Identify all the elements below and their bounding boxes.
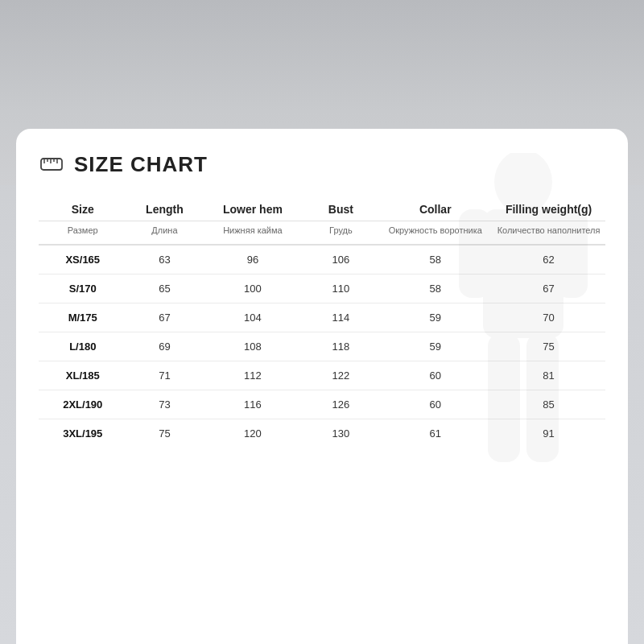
table-body: XS/16563961065862S/170651001105867M/1756… [39,245,605,448]
cell-row3-col3: 118 [303,332,379,361]
cell-row0-col1: 63 [127,245,203,275]
cell-row6-col5: 91 [492,419,605,448]
page-wrapper: SIZE CHART Size Length Lower hem Bust Co… [0,0,644,644]
col-lower-ru: Нижняя кайма [202,221,303,246]
cell-row1-col2: 100 [202,275,303,303]
cell-row5-col0: 2XL/190 [39,390,127,419]
col-size-en: Size [39,195,127,221]
cell-row2-col3: 114 [303,303,379,332]
col-collar-en: Collar [378,195,492,221]
col-filling-en: Filling weight(g) [492,195,605,221]
cell-row4-col4: 60 [378,361,492,390]
cell-row4-col1: 71 [127,361,203,390]
cell-row3-col1: 69 [127,332,203,361]
cell-row5-col4: 60 [378,390,492,419]
cell-row3-col2: 108 [202,332,303,361]
table-row: M/175671041145970 [39,303,605,332]
cell-row5-col1: 73 [127,390,203,419]
col-collar-ru: Окружность воротника [378,221,492,246]
size-table: Size Length Lower hem Bust Collar Fillin… [39,195,605,448]
cell-row0-col5: 62 [492,245,605,275]
cell-row4-col5: 81 [492,361,605,390]
col-size-ru: Размер [39,221,127,246]
cell-row2-col5: 70 [492,303,605,332]
cell-row3-col0: L/180 [39,332,127,361]
cell-row0-col4: 58 [378,245,492,275]
ruler-icon [39,151,64,177]
cell-row4-col0: XL/185 [39,361,127,390]
cell-row2-col2: 104 [202,303,303,332]
card-panel: SIZE CHART Size Length Lower hem Bust Co… [16,129,628,644]
cell-row1-col0: S/170 [39,275,127,303]
cell-row5-col3: 126 [303,390,379,419]
table-row: XS/16563961065862 [39,245,605,275]
cell-row1-col1: 65 [127,275,203,303]
cell-row3-col4: 59 [378,332,492,361]
table-header-ru: Размер Длина Нижняя кайма Грудь Окружнос… [39,221,605,246]
col-lower-en: Lower hem [202,195,303,221]
cell-row2-col0: M/175 [39,303,127,332]
table-row: L/180691081185975 [39,332,605,361]
cell-row1-col4: 58 [378,275,492,303]
table-row: XL/185711121226081 [39,361,605,390]
col-length-ru: Длина [127,221,203,246]
cell-row2-col4: 59 [378,303,492,332]
cell-row6-col2: 120 [202,419,303,448]
cell-row0-col0: XS/165 [39,245,127,275]
cell-row6-col3: 130 [303,419,379,448]
cell-row6-col0: 3XL/195 [39,419,127,448]
size-chart-title: SIZE CHART [74,152,208,177]
cell-row6-col1: 75 [127,419,203,448]
cell-row0-col2: 96 [202,245,303,275]
cell-row4-col3: 122 [303,361,379,390]
cell-row3-col5: 75 [492,332,605,361]
cell-row1-col5: 67 [492,275,605,303]
col-bust-en: Bust [303,195,379,221]
cell-row5-col5: 85 [492,390,605,419]
col-length-en: Length [127,195,203,221]
cell-row5-col2: 116 [202,390,303,419]
table-header-en: Size Length Lower hem Bust Collar Fillin… [39,195,605,221]
cell-row0-col3: 106 [303,245,379,275]
cell-row4-col2: 112 [202,361,303,390]
table-row: 2XL/190731161266085 [39,390,605,419]
cell-row6-col4: 61 [378,419,492,448]
col-filling-ru: Количество наполнителя [492,221,605,246]
size-chart-header: SIZE CHART [39,151,605,177]
col-bust-ru: Грудь [303,221,379,246]
cell-row2-col1: 67 [127,303,203,332]
table-row: 3XL/195751201306191 [39,419,605,448]
cell-row1-col3: 110 [303,275,379,303]
table-row: S/170651001105867 [39,275,605,303]
